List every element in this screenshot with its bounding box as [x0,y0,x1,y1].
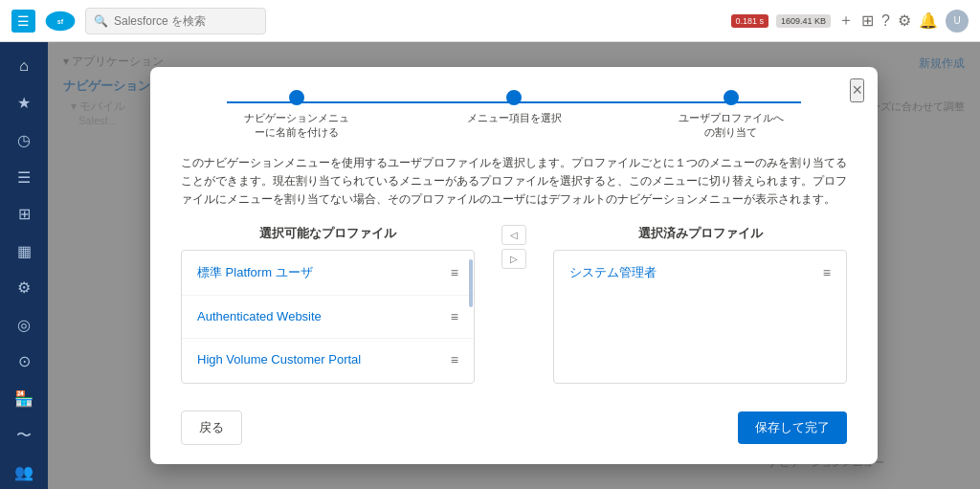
stepper: ナビゲーションメニューに名前を付ける メニュー項目を選択 ユーザプロファイルへの… [150,67,878,154]
search-bar[interactable]: 🔍 [85,8,266,34]
main-layout: ⌂ ★ ◷ ☰ ⊞ ▦ ⚙ ◎ ⊙ 🏪 〜 � [0,42,980,489]
bell-icon[interactable]: 🔔 [919,11,938,30]
sidebar-item-store[interactable]: 🏪 [5,382,43,415]
reports-icon: ▦ [17,242,32,260]
available-list-wrapper: 標準 Platform ユーザ ≡ Authenticated Website … [181,250,475,384]
profile-drag-sysadmin: ≡ [823,265,831,280]
grid2-icon: ⊞ [18,205,31,223]
selected-header: 選択済みプロファイル [553,225,847,242]
available-profiles-column: 選択可能なプロファイル 標準 Platform ユーザ ≡ Authentica… [181,225,475,384]
help-icon[interactable]: ? [881,12,890,30]
modal-close-button[interactable]: × [850,78,864,102]
svg-text:sf: sf [57,18,64,25]
grid-icon[interactable]: ⊞ [861,11,874,30]
stepper-dot-1 [289,90,304,105]
sidebar-item-recent[interactable]: ◷ [5,123,43,157]
profile-name-standard: 標準 Platform ユーザ [197,264,313,281]
content-area: ▾ アプリケーション ナビゲーション ▾ モバイル Salesf... 新規作成… [48,42,980,489]
profile-drag-standard: ≡ [451,265,458,280]
sidebar-item-target[interactable]: ◎ [5,308,43,342]
profile-item-sysadmin[interactable]: システム管理者 ≡ [554,251,846,295]
save-button[interactable]: 保存して完了 [738,411,847,444]
modal-body: このナビゲーションメニューを使用するユーザプロファイルを選択します。プロファイル… [150,154,878,399]
back-button[interactable]: 戻る [181,411,242,445]
search-input[interactable] [114,14,257,28]
modal-backdrop: × ナビゲーションメニューに名前を付ける メニュー項目を選択 ユーザプロファイル [48,42,980,489]
modal: × ナビゲーションメニューに名前を付ける メニュー項目を選択 ユーザプロファイル [150,67,878,463]
sidebar-item-pulse[interactable]: 〜 [5,419,43,453]
sidebar: ⌂ ★ ◷ ☰ ⊞ ▦ ⚙ ◎ ⊙ 🏪 〜 � [0,42,48,489]
modal-description: このナビゲーションメニューを使用するユーザプロファイルを選択します。プロファイル… [181,154,847,210]
home-icon: ⌂ [19,57,29,75]
stepper-dot-2 [506,90,522,105]
avatar[interactable]: U [946,10,969,33]
profile-item-highvolume[interactable]: High Volume Customer Portal ≡ [182,339,474,381]
performance-badge1: 0.181 s [731,14,769,28]
profile-item-authenticated[interactable]: Authenticated Website ≡ [182,296,474,339]
setup-icon: ⚙ [17,278,31,297]
arrow-left-button[interactable]: ◁ [501,225,526,245]
plus-icon[interactable]: ＋ [838,11,854,31]
sidebar-item-setup[interactable]: ⚙ [5,271,43,304]
stepper-label-2: メニュー項目を選択 [467,111,562,124]
stepper-step-2: メニュー項目を選択 [406,90,623,124]
favorites-icon: ★ [17,94,31,112]
sidebar-item-monitor[interactable]: ⊙ [5,345,43,379]
profile-drag-highvolume: ≡ [451,352,458,367]
hamburger-icon[interactable]: ☰ [11,10,35,33]
profiles-container: 選択可能なプロファイル 標準 Platform ユーザ ≡ Authentica… [181,225,847,384]
sidebar-item-menu[interactable]: ☰ [5,161,43,194]
nav-left: ☰ sf 🔍 [11,8,266,34]
search-icon: 🔍 [94,14,108,28]
available-header: 選択可能なプロファイル [181,225,475,242]
profile-drag-authenticated: ≡ [451,309,458,324]
top-nav: ☰ sf 🔍 0.181 s 1609.41 KB ＋ ⊞ ? ⚙ 🔔 U [0,0,980,42]
pulse-icon: 〜 [16,426,32,446]
performance-badge2: 1609.41 KB [776,14,831,28]
stepper-label-3: ユーザプロファイルへの割り当て [674,111,789,139]
sidebar-item-grid[interactable]: ⊞ [5,197,43,231]
profile-item-standard[interactable]: 標準 Platform ユーザ ≡ [182,251,474,296]
users-icon: 👥 [14,463,33,481]
selected-profiles-column: 選択済みプロファイル システム管理者 ≡ [553,225,847,384]
modal-footer: 戻る 保存して完了 [150,399,878,464]
nav-right: 0.181 s 1609.41 KB ＋ ⊞ ? ⚙ 🔔 U [731,10,969,33]
selected-profile-list: システム管理者 ≡ [553,250,847,384]
sidebar-item-favorites[interactable]: ★ [5,87,43,121]
recent-icon: ◷ [17,131,31,149]
stepper-label-1: ナビゲーションメニューに名前を付ける [239,111,354,139]
target-icon: ◎ [17,316,31,334]
sidebar-item-users[interactable]: 👥 [5,456,43,489]
stepper-step-3: ユーザプロファイルへの割り当て [622,90,839,139]
monitor-icon: ⊙ [18,352,31,370]
profile-name-highvolume: High Volume Customer Portal [197,352,361,367]
store-icon: 🏪 [14,389,33,408]
profile-name-sysadmin: システム管理者 [569,264,657,281]
scroll-indicator [469,259,473,307]
settings-icon[interactable]: ⚙ [898,11,911,30]
salesforce-logo: sf [45,11,76,32]
arrow-right-button[interactable]: ▷ [501,249,526,269]
sidebar-item-home[interactable]: ⌂ [5,50,43,83]
stepper-step-1: ナビゲーションメニューに名前を付ける [189,90,406,139]
sidebar-item-reports[interactable]: ▦ [5,234,43,268]
profile-name-authenticated: Authenticated Website [197,309,322,323]
available-profile-list: 標準 Platform ユーザ ≡ Authenticated Website … [181,250,475,384]
stepper-dot-3 [724,90,739,105]
menu-icon: ☰ [17,168,31,187]
arrow-controls: ◁ ▷ [490,225,538,269]
